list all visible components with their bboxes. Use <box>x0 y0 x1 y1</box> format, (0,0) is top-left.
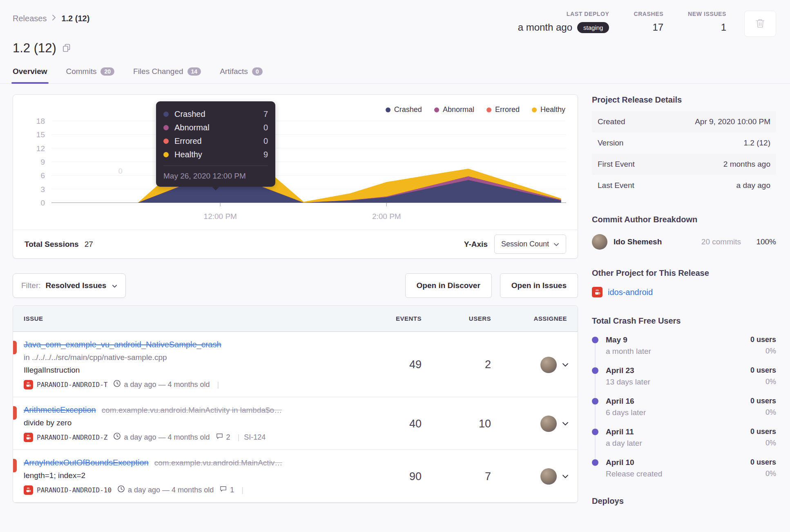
trash-icon <box>755 18 765 30</box>
comment-icon <box>219 485 227 495</box>
comment-count[interactable]: 2 <box>216 432 230 442</box>
release-sidebar: Project Release Details Created Apr 9, 2… <box>592 94 776 506</box>
linked-ticket[interactable]: | SI-124 <box>236 433 266 442</box>
svg-text:0: 0 <box>118 167 123 175</box>
deploys-section-heading: Deploys <box>592 496 776 506</box>
breadcrumb-current: 1.2 (12) <box>61 14 89 23</box>
last-deploy-value: a month ago <box>518 22 572 33</box>
total-sessions-label: Total Sessions <box>25 240 79 249</box>
chevron-down-icon <box>562 420 569 427</box>
java-project-icon <box>24 380 33 389</box>
other-project-link[interactable]: idos-android <box>608 288 653 297</box>
svg-text:2:00 PM: 2:00 PM <box>372 212 401 221</box>
issue-title-link[interactable]: Java_com_example_vu_android_NativeSample… <box>24 340 221 349</box>
assignee-avatar[interactable] <box>540 357 557 373</box>
issue-message: divide by zero <box>24 418 360 427</box>
breadcrumb-releases-link[interactable]: Releases <box>13 14 47 23</box>
chart-tooltip: Crashed7 Abnormal0 Errored0 Healthy9 May… <box>156 101 275 187</box>
comment-icon <box>216 432 223 442</box>
timeline-entry: April 10 Release created 0 users 0% <box>592 458 776 478</box>
issues-table-header: ISSUE EVENTS USERS ASSIGNEE <box>13 306 578 332</box>
svg-text:18: 18 <box>36 117 45 125</box>
detail-row: Created Apr 9, 2020 10:00 PM <box>592 111 776 132</box>
tab-files-changed[interactable]: Files Changed 14 <box>133 67 201 83</box>
issue-title-link[interactable]: ArithmeticException <box>24 405 96 415</box>
tab-overview[interactable]: Overview <box>13 67 47 83</box>
unhandled-indicator <box>13 406 17 420</box>
project-release-details-section: Project Release Details Created Apr 9, 2… <box>592 95 776 196</box>
copy-version-button[interactable] <box>62 43 71 54</box>
open-in-issues-button[interactable]: Open in Issues <box>500 273 578 298</box>
java-project-icon <box>24 485 33 495</box>
events-count: 40 <box>360 418 422 430</box>
copy-icon <box>62 43 71 54</box>
linked-ticket[interactable]: | <box>216 380 224 389</box>
project-badge[interactable]: PARANOID-ANDROID-10 <box>24 485 112 495</box>
section-heading: Total Crash Free Users <box>592 316 776 326</box>
tab-commits[interactable]: Commits 20 <box>66 67 115 83</box>
sessions-chart-svg[interactable]: 036912151812:00 PM2:00 PM0 <box>23 101 569 227</box>
assignee-control[interactable] <box>491 416 578 432</box>
legend-abnormal[interactable]: Abnormal <box>434 105 474 114</box>
issue-row: Java_com_example_vu_android_NativeSample… <box>13 332 578 397</box>
crash-free-users-section: Total Crash Free Users May 9 a month lat… <box>592 316 776 478</box>
issue-age: a day ago — 4 months old <box>113 380 210 389</box>
issues-toolbar: Filter: Resolved Issues Open in Discover… <box>13 273 578 298</box>
comment-count[interactable]: 1 <box>219 485 234 495</box>
users-count: 7 <box>422 470 491 483</box>
svg-text:12: 12 <box>36 144 45 153</box>
stat-crashes: CRASHES 17 <box>634 11 663 33</box>
chevron-right-icon <box>51 14 56 23</box>
detail-row: Version 1.2 (12) <box>592 132 776 154</box>
page-header: Releases 1.2 (12) LAST DEPLOY a month ag… <box>0 0 790 84</box>
project-badge[interactable]: PARANOID-ANDROID-T <box>24 380 107 389</box>
issue-age: a day ago — 4 months old <box>113 432 210 442</box>
users-count: 2 <box>422 358 491 371</box>
issue-row: ArrayIndexOutOfBoundsException com.examp… <box>13 450 578 503</box>
chevron-down-icon <box>553 240 559 248</box>
linked-ticket[interactable]: | <box>240 486 248 494</box>
healthy-dot-icon <box>532 107 537 112</box>
assignee-avatar[interactable] <box>540 416 557 432</box>
java-project-icon <box>24 433 33 442</box>
abnormal-dot-icon <box>434 107 439 112</box>
crashed-dot-icon <box>163 112 169 117</box>
yaxis-select[interactable]: Session Count <box>494 235 566 254</box>
open-in-discover-button[interactable]: Open in Discover <box>405 273 492 298</box>
svg-text:3: 3 <box>40 185 45 194</box>
delete-release-button[interactable] <box>744 11 776 37</box>
issue-title-link[interactable]: ArrayIndexOutOfBoundsException <box>24 458 149 467</box>
events-count: 90 <box>360 470 422 483</box>
chart-footer: Total Sessions 27 Y-Axis Session Count <box>13 230 578 258</box>
timeline-dot-icon <box>592 429 598 435</box>
assignee-avatar[interactable] <box>540 468 557 485</box>
events-count: 49 <box>360 358 422 371</box>
issues-filter-dropdown[interactable]: Filter: Resolved Issues <box>13 273 126 298</box>
chart-legend: Crashed Abnormal Errored Healthy <box>386 105 565 114</box>
tab-artifacts[interactable]: Artifacts 0 <box>220 67 262 83</box>
tab-badge: 0 <box>252 67 263 76</box>
svg-text:12:00 PM: 12:00 PM <box>204 212 237 221</box>
author-avatar <box>592 234 607 250</box>
users-count: 10 <box>422 418 491 430</box>
clock-icon <box>113 380 121 389</box>
assignee-control[interactable] <box>491 468 578 485</box>
project-badge[interactable]: PARANOID-ANDROID-Z <box>24 433 107 442</box>
tab-badge: 20 <box>100 67 114 76</box>
column-events: EVENTS <box>360 315 422 322</box>
breadcrumb: Releases 1.2 (12) <box>13 11 89 23</box>
legend-crashed[interactable]: Crashed <box>386 105 422 114</box>
release-tabs: Overview Commits 20 Files Changed 14 Art… <box>13 67 776 83</box>
legend-healthy[interactable]: Healthy <box>532 105 565 114</box>
assignee-control[interactable] <box>491 357 578 373</box>
section-heading: Commit Author Breakdown <box>592 215 776 224</box>
column-users: USERS <box>422 315 491 322</box>
issues-table: ISSUE EVENTS USERS ASSIGNEE Java_com_exa… <box>13 305 578 503</box>
legend-errored[interactable]: Errored <box>486 105 520 114</box>
stat-label: CRASHES <box>634 11 663 17</box>
timeline-dot-icon <box>592 459 598 466</box>
unhandled-indicator <box>13 341 17 354</box>
commit-author-breakdown-section: Commit Author Breakdown Ido Shemesh 20 c… <box>592 215 776 250</box>
stat-last-deploy: LAST DEPLOY a month ago staging <box>518 11 609 33</box>
abnormal-dot-icon <box>163 125 169 130</box>
